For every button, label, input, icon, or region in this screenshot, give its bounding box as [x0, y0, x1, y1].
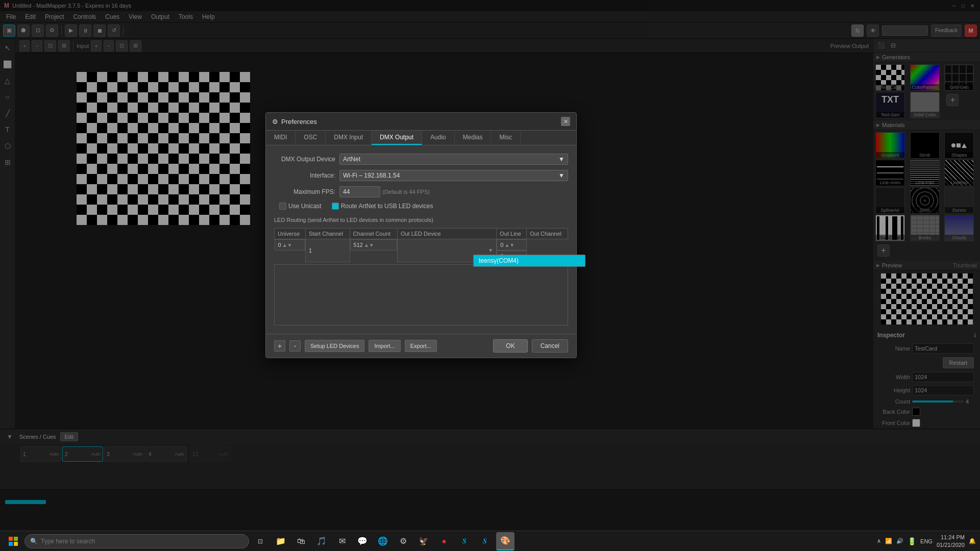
led-routing-header: LED Routing (send ArtNet to LED devices …: [274, 215, 568, 225]
cell-start-channel-0[interactable]: 1: [305, 239, 350, 262]
skype2-icon: 𝑺: [483, 537, 487, 545]
route-artnet-label: Route ArtNet to USB LED devices: [341, 203, 433, 210]
led-table-head: Universe Start Channel Channel Count Out…: [275, 229, 568, 239]
add-row-button[interactable]: +: [274, 340, 285, 352]
route-artnet-checkbox[interactable]: [332, 203, 339, 210]
taskbar-skype2[interactable]: 𝑺: [476, 532, 494, 550]
fps-hint: (Default is 44 FPS): [382, 189, 430, 195]
prefs-tabs: MIDI OSC DMX Input DMX Output Audio Medi…: [266, 131, 576, 145]
fps-input[interactable]: [339, 186, 380, 197]
cell-out-line-0: 0 ▲▼: [497, 239, 526, 251]
interface-label: Interface:: [274, 172, 335, 179]
modal-overlay: ⚙ Preferences ✕ MIDI OSC DMX Input DMX O…: [0, 0, 980, 531]
search-input[interactable]: [41, 538, 243, 545]
time-display: 11:24 PM: [937, 534, 965, 541]
dropdown-arrow: ▼: [558, 156, 565, 163]
col-universe: Universe: [275, 229, 306, 239]
prefs-bottom-buttons: + - Setup LED Devices Import... Export..…: [266, 334, 576, 358]
import-button[interactable]: Import...: [369, 340, 400, 352]
export-button[interactable]: Export...: [405, 340, 437, 352]
taskbar: 🔍 ⊡ 📁 🛍 🎵 ✉ 💬 🌐 ⚙ 🦅 ● 𝑺 𝑺 🎨 ∧ 📶: [0, 531, 980, 551]
prefs-close-button[interactable]: ✕: [561, 117, 570, 126]
tab-medias[interactable]: Medias: [455, 131, 492, 145]
dmx-device-value: ArtNet: [343, 156, 360, 163]
remove-row-button[interactable]: -: [289, 340, 301, 352]
dmx-device-field: ArtNet ▼: [339, 154, 568, 165]
setup-led-button[interactable]: Setup LED Devices: [305, 340, 364, 352]
taskbar-madmapper[interactable]: 🎨: [496, 532, 514, 550]
dmx-device-dropdown[interactable]: ArtNet ▼: [339, 154, 568, 165]
ok-button[interactable]: OK: [493, 339, 527, 353]
circle-icon: ●: [442, 537, 447, 546]
mail-icon: ✉: [339, 536, 346, 546]
madmapper-taskbar-icon: 🎨: [500, 536, 510, 545]
prefs-titlebar: ⚙ Preferences ✕: [266, 113, 576, 131]
tab-audio[interactable]: Audio: [422, 131, 455, 145]
dmx-device-label: DMX Output Device: [274, 156, 335, 163]
fps-field: (Default is 44 FPS): [339, 186, 568, 197]
taskbar-explorer[interactable]: 📁: [272, 532, 290, 550]
notifications-icon[interactable]: 🔔: [969, 538, 976, 544]
cell-channel-count-0: 512 ▲▼: [350, 239, 397, 251]
settings-icon: ⚙: [400, 536, 407, 546]
prefs-title-left: ⚙ Preferences: [272, 118, 317, 126]
routing-empty-area: [274, 264, 568, 325]
svg-rect-3: [14, 542, 18, 546]
chat-icon: 💬: [357, 536, 368, 546]
search-icon: 🔍: [30, 538, 38, 545]
unicast-checkbox[interactable]: [279, 203, 286, 210]
taskbar-settings[interactable]: ⚙: [394, 532, 412, 550]
dropdown-item-teensy[interactable]: teensy(COM4): [474, 255, 585, 266]
unicast-label: Use Unicast: [288, 203, 322, 210]
start-button[interactable]: [4, 532, 22, 550]
taskbar-store[interactable]: 🛍: [292, 532, 310, 550]
taskbar-task-view[interactable]: ⊡: [251, 532, 270, 550]
led-device-dropdown: teensy(COM4): [473, 255, 585, 267]
col-out-led-device: Out LED Device: [397, 229, 496, 239]
tab-dmx-input[interactable]: DMX Input: [326, 131, 372, 145]
cell-universe-0[interactable]: 0 ▲▼: [275, 239, 305, 251]
taskbar-skype[interactable]: 𝑺: [455, 532, 474, 550]
windows-logo: [9, 537, 18, 546]
taskbar-chat[interactable]: 💬: [353, 532, 372, 550]
tab-midi[interactable]: MIDI: [266, 131, 296, 145]
skype-icon: 𝑺: [462, 537, 467, 545]
prefs-icon: ⚙: [272, 118, 278, 126]
taskbar-mail[interactable]: ✉: [333, 532, 351, 550]
cancel-button[interactable]: Cancel: [532, 339, 568, 353]
fps-row: Maximum FPS: (Default is 44 FPS): [274, 186, 568, 197]
volume-icon: 🔊: [896, 538, 903, 544]
taskbar-circle-app[interactable]: ●: [435, 532, 453, 550]
interface-arrow: ▼: [558, 172, 565, 179]
taskbar-datetime[interactable]: 11:24 PM 01/21/2020: [937, 534, 965, 548]
interface-dropdown[interactable]: Wi-Fi – 192.168.1.54 ▼: [339, 170, 568, 181]
taskbar-browser[interactable]: 🌐: [374, 532, 392, 550]
music-icon: 🎵: [316, 536, 327, 546]
checkbox-row: Use Unicast Route ArtNet to USB LED devi…: [274, 203, 568, 210]
route-artnet-checkbox-item[interactable]: Route ArtNet to USB LED devices: [332, 203, 433, 210]
task-view-icon: ⊡: [258, 538, 263, 545]
date-display: 01/21/2020: [937, 541, 965, 548]
interface-field: Wi-Fi – 192.168.1.54 ▼: [339, 170, 568, 181]
preferences-dialog: ⚙ Preferences ✕ MIDI OSC DMX Input DMX O…: [265, 112, 577, 358]
explorer-icon: 📁: [276, 536, 286, 546]
dmx-device-row: DMX Output Device ArtNet ▼: [274, 154, 568, 165]
tab-osc[interactable]: OSC: [296, 131, 326, 145]
fps-label: Maximum FPS:: [274, 188, 335, 195]
taskbar-bird[interactable]: 🦅: [414, 532, 433, 550]
battery-icon: 🔋: [908, 537, 916, 545]
chevron-up-icon[interactable]: ∧: [877, 538, 881, 544]
bird-icon: 🦅: [419, 536, 429, 546]
taskbar-music[interactable]: 🎵: [312, 532, 331, 550]
col-out-channel: Out Channel: [527, 229, 568, 239]
interface-value: Wi-Fi – 192.168.1.54: [343, 172, 400, 179]
interface-row: Interface: Wi-Fi – 192.168.1.54 ▼: [274, 170, 568, 181]
tab-dmx-output[interactable]: DMX Output: [372, 131, 422, 145]
svg-rect-1: [14, 537, 18, 541]
prefs-title: Preferences: [281, 118, 317, 126]
svg-rect-0: [9, 537, 13, 541]
tab-misc[interactable]: Misc: [491, 131, 521, 145]
col-start-channel: Start Channel: [305, 229, 350, 239]
taskbar-search-box[interactable]: 🔍: [24, 534, 249, 548]
unicast-checkbox-item[interactable]: Use Unicast: [279, 203, 322, 210]
